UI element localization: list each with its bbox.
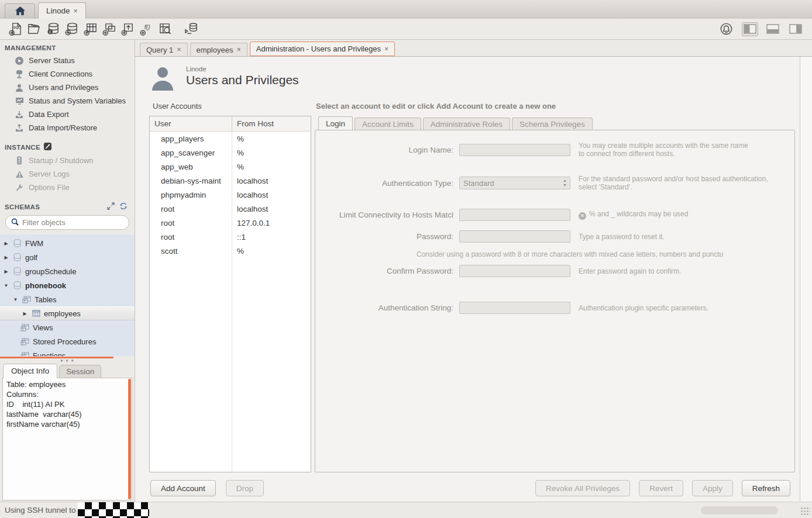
notifications-icon[interactable] (717, 21, 735, 37)
auth-string-label: Authentication String: (315, 303, 459, 312)
user-cell: root (150, 202, 232, 216)
user-cell: root (150, 216, 232, 230)
close-icon[interactable]: × (177, 46, 181, 54)
views-folder-icon (20, 324, 30, 331)
close-icon[interactable]: × (74, 7, 78, 15)
object-info-line: Columns: (6, 389, 126, 399)
system-variables-icon (15, 97, 24, 105)
tab-login[interactable]: Login (318, 116, 353, 130)
sidebar-item-data-import[interactable]: Data Import/Restore (0, 121, 135, 134)
connection-name: Linode (186, 65, 299, 72)
tab-administration-users[interactable]: Administration - Users and Privileges × (250, 42, 395, 56)
vertical-scrollbar-track[interactable] (800, 57, 812, 502)
column-header-user[interactable]: User (150, 116, 232, 131)
server-status-icon (15, 57, 24, 65)
create-table-icon[interactable] (81, 21, 99, 37)
table-row[interactable]: phpmyadminlocalhost (150, 188, 311, 202)
tree-item-schema[interactable]: ▶golf (0, 250, 135, 264)
tree-item-tables[interactable]: ▼Tables (0, 292, 135, 306)
open-sql-script-icon[interactable]: SQL (25, 21, 43, 37)
revert-button: Revert (639, 480, 683, 496)
confirm-password-field (459, 265, 570, 277)
create-schema-icon[interactable] (62, 21, 81, 37)
filter-objects-input[interactable] (22, 218, 125, 227)
tree-item-table-employees[interactable]: ▶employees (0, 306, 135, 320)
sidebar-splitter[interactable]: ● ● ● (0, 356, 135, 362)
sidebar-item-data-export[interactable]: Data Export (0, 108, 135, 121)
tab-employees[interactable]: employees × (190, 43, 247, 56)
table-row[interactable]: app_players% (150, 132, 311, 146)
login-tab-panel: Login Name: You may create multiple acco… (315, 130, 795, 472)
document-tab-bar: Query 1 × employees × Administration - U… (135, 40, 812, 56)
tree-item-schema[interactable]: ▶FWM (0, 236, 135, 250)
close-icon[interactable]: × (236, 46, 240, 54)
resize-grip[interactable] (800, 507, 810, 516)
table-row[interactable]: root::1 (150, 230, 311, 244)
tab-object-info[interactable]: Object Info (3, 364, 57, 378)
refresh-button[interactable]: Refresh (742, 480, 790, 496)
table-row[interactable]: app_web% (150, 160, 311, 174)
drop-button: Drop (226, 480, 264, 496)
page-header: Linode Users and Privileges (149, 64, 795, 93)
toggle-left-panel-icon[interactable] (742, 22, 758, 36)
svg-text:SQL: SQL (13, 26, 20, 29)
clear-icon: ✕ (579, 212, 586, 220)
add-account-button[interactable]: Add Account (150, 480, 216, 496)
sidebar-item-status-system-variables[interactable]: Status and System Variables (0, 94, 135, 108)
password-row: Password: Type a password to reset it. (315, 230, 794, 243)
limit-hosts-row: Limit Connectivity to Hosts Matcl ✕% and… (315, 209, 794, 221)
sidebar-item-users-privileges[interactable]: Users and Privileges (0, 81, 135, 94)
table-row[interactable]: scott% (150, 244, 311, 258)
navigator-sidebar: MANAGEMENT Server Status Client Connecti… (0, 40, 135, 502)
tree-item-schema-phonebook[interactable]: ▼phonebook (0, 278, 135, 292)
schemas-section-title: SCHEMAS (0, 194, 135, 213)
auth-type-row: Authentication Type: Standard ▲▼ For the… (315, 175, 794, 191)
table-empty-area (150, 258, 232, 472)
create-view-icon[interactable] (99, 21, 118, 37)
column-header-from-host[interactable]: From Host (232, 116, 274, 131)
close-icon[interactable]: × (384, 45, 388, 53)
table-row[interactable]: rootlocalhost (150, 202, 311, 216)
connection-tab[interactable]: Linode × (38, 2, 86, 19)
schema-tree: ▶FWM ▶golf ▶groupSchedule ▼phonebook ▼Ta… (0, 234, 135, 356)
spinner-arrows-icon: ▲▼ (563, 178, 567, 188)
toggle-bottom-panel-icon[interactable] (765, 22, 781, 36)
create-procedure-icon[interactable] (118, 21, 137, 37)
tree-item-functions[interactable]: Functions (0, 348, 135, 356)
tree-item-schema[interactable]: ▶groupSchedule (0, 264, 135, 278)
tab-query-1[interactable]: Query 1 × (140, 43, 188, 56)
tree-item-stored-procedures[interactable]: Stored Procedures (0, 334, 135, 348)
auth-type-hint: For the standard password and/or host ba… (579, 175, 768, 191)
table-row[interactable]: debian-sys-maintlocalhost (150, 174, 311, 188)
tab-session[interactable]: Session (59, 365, 101, 378)
inspect-database-icon[interactable]: i (43, 21, 62, 37)
refresh-schemas-icon[interactable] (119, 202, 128, 211)
host-cell: 127.0.0.1 (232, 216, 270, 230)
home-tab[interactable] (5, 4, 35, 19)
sidebar-item-options-file: Options File (0, 181, 135, 194)
object-info-line: lastName varchar(45) (6, 409, 126, 419)
table-row[interactable]: app_scavenger% (150, 146, 311, 160)
user-cell: scott (150, 244, 232, 258)
user-cell: debian-sys-maint (150, 174, 232, 188)
sidebar-item-startup-shutdown: Startup / Shutdown (0, 154, 135, 167)
new-sql-tab-icon[interactable]: SQL (6, 21, 25, 37)
sidebar-item-client-connections[interactable]: Client Connections (0, 67, 135, 81)
sidebar-item-server-status[interactable]: Server Status (0, 54, 135, 67)
horizontal-scrollbar[interactable] (701, 506, 778, 514)
info-tab-bar: Object Info Session (0, 362, 135, 378)
create-function-icon[interactable]: f() (137, 21, 156, 37)
password-label: Password: (315, 232, 459, 241)
auth-type-value: Standard (463, 179, 494, 188)
password-hint: Type a password to reset it. (579, 233, 665, 241)
login-name-field (459, 144, 570, 156)
table-row[interactable]: root127.0.0.1 (150, 216, 311, 230)
tree-item-views[interactable]: Views (0, 320, 135, 334)
object-info-scrollbar[interactable] (128, 379, 131, 500)
reconnect-dbms-icon[interactable] (181, 21, 200, 37)
search-table-data-icon[interactable] (156, 21, 174, 37)
toggle-right-panel-icon[interactable] (787, 22, 804, 36)
procedures-folder-icon (20, 338, 30, 346)
password-field (459, 230, 570, 243)
expand-schemas-icon[interactable] (107, 202, 115, 211)
